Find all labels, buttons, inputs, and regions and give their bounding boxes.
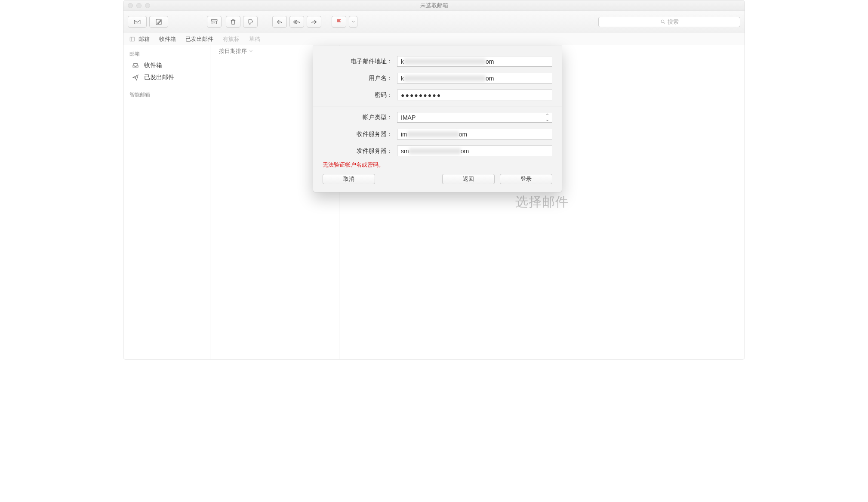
archive-button[interactable] — [207, 16, 222, 28]
fav-drafts[interactable]: 草稿 — [249, 35, 260, 43]
sidebar-icon — [129, 36, 136, 42]
search-placeholder: 搜索 — [668, 18, 679, 26]
flag-button[interactable] — [332, 16, 346, 28]
chevron-down-icon — [351, 19, 356, 24]
redacted-text — [409, 148, 461, 154]
incoming-server-field[interactable]: imom — [397, 129, 552, 139]
username-field[interactable]: kom — [397, 73, 552, 84]
redacted-text — [404, 75, 486, 81]
search-icon — [660, 19, 666, 25]
redacted-text — [407, 131, 459, 137]
email-label: 电子邮件地址： — [313, 58, 397, 65]
password-label: 密码： — [313, 91, 397, 99]
svg-rect-2 — [211, 19, 217, 21]
get-mail-button[interactable] — [128, 16, 147, 28]
delete-button[interactable] — [226, 16, 240, 28]
mail-window: 未选取邮箱 — [123, 0, 745, 359]
redacted-text — [404, 59, 486, 65]
thumbs-down-icon — [246, 18, 254, 26]
preview-placeholder: 选择邮件 — [515, 193, 569, 211]
archive-icon — [210, 18, 218, 26]
compose-button[interactable] — [149, 16, 168, 28]
forward-button[interactable] — [307, 16, 321, 28]
dialog-separator — [313, 106, 562, 106]
envelope-icon — [133, 18, 141, 26]
fav-sent[interactable]: 已发出邮件 — [185, 35, 213, 43]
fav-inbox[interactable]: 收件箱 — [159, 35, 176, 43]
account-type-label: 帐户类型： — [313, 114, 397, 121]
sidebar-section-smart: 智能邮箱 — [123, 90, 210, 100]
outgoing-label: 发件服务器： — [313, 147, 397, 155]
username-label: 用户名： — [313, 74, 397, 82]
toolbar: 搜索 — [123, 11, 745, 33]
password-field[interactable]: ●●●●●●●●● — [397, 90, 552, 100]
reply-all-icon — [293, 18, 301, 26]
junk-button[interactable] — [243, 16, 258, 28]
forward-icon — [310, 18, 318, 26]
back-button[interactable]: 返回 — [442, 174, 495, 184]
inbox-icon — [131, 62, 140, 69]
window-title: 未选取邮箱 — [123, 2, 745, 9]
fav-flagged[interactable]: 有旗标 — [223, 35, 240, 43]
svg-point-3 — [661, 20, 664, 23]
account-type-select[interactable]: IMAP ⌃⌄ — [397, 112, 552, 123]
paper-plane-icon — [131, 74, 140, 81]
incoming-label: 收件服务器： — [313, 130, 397, 138]
search-input[interactable]: 搜索 — [598, 17, 740, 27]
signin-button[interactable]: 登录 — [500, 174, 552, 184]
sidebar-item-inbox[interactable]: 收件箱 — [123, 59, 210, 71]
flag-icon — [335, 18, 343, 26]
sidebar-toggle[interactable]: 邮箱 — [129, 35, 150, 43]
email-field[interactable]: kom — [397, 56, 552, 67]
sidebar-item-sent[interactable]: 已发出邮件 — [123, 71, 210, 84]
svg-rect-4 — [130, 37, 135, 41]
error-message: 无法验证帐户名或密码。 — [313, 159, 562, 172]
flag-menu-button[interactable] — [349, 16, 357, 28]
updown-icon: ⌃⌄ — [545, 114, 549, 121]
favorites-bar: 邮箱 收件箱 已发出邮件 有旗标 草稿 — [123, 33, 745, 45]
trash-icon — [229, 18, 237, 26]
sidebar-section-mailboxes: 邮箱 — [123, 49, 210, 59]
svg-rect-0 — [134, 20, 140, 24]
account-setup-dialog: 电子邮件地址： kom 用户名： kom 密码： ●●●●●●●●● — [313, 46, 562, 192]
titlebar: 未选取邮箱 — [123, 0, 745, 11]
cancel-button[interactable]: 取消 — [323, 174, 375, 184]
chevron-down-icon — [249, 49, 253, 53]
reply-icon — [276, 18, 283, 26]
outgoing-server-field[interactable]: smom — [397, 146, 552, 156]
sidebar: 邮箱 收件箱 已发出邮件 智能邮箱 — [123, 45, 210, 359]
reply-all-button[interactable] — [289, 16, 304, 28]
compose-icon — [155, 18, 163, 26]
reply-button[interactable] — [272, 16, 287, 28]
